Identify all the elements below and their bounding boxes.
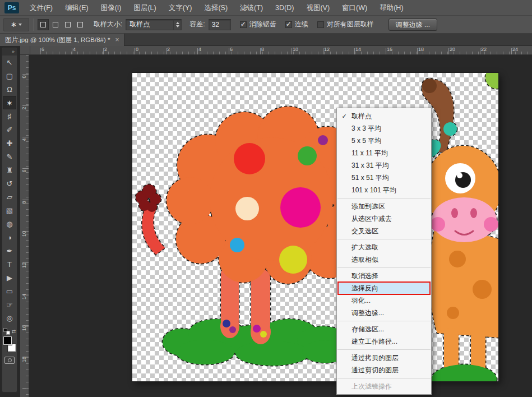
shape-tool[interactable]: ▭ — [3, 284, 16, 298]
divider — [33, 19, 34, 31]
context-item-select-inverse[interactable]: 选择反向 — [337, 282, 431, 294]
hand-tool-icon: ☞ — [6, 301, 13, 309]
type-tool[interactable]: T — [3, 257, 16, 271]
context-item-average-11x11[interactable]: 11 x 11 平均 — [337, 147, 431, 159]
context-item-feather[interactable]: 羽化... — [337, 294, 431, 307]
swap-colors-icon[interactable]: ⇄ — [12, 329, 16, 334]
menu-select[interactable]: 选择(S) — [198, 0, 234, 16]
healing-brush-tool[interactable]: ✚ — [3, 136, 16, 150]
history-brush-tool[interactable]: ↺ — [3, 177, 16, 190]
context-item-label: 51 x 51 平均 — [351, 173, 431, 183]
context-item-intersect-selection[interactable]: 交叉选区 — [337, 225, 431, 237]
eyedropper-tool[interactable]: ✐ — [3, 123, 16, 136]
rectangular-marquee-tool[interactable]: ▢ — [3, 69, 16, 82]
context-item-subtract-from-selection[interactable]: 从选区中减去 — [337, 213, 431, 225]
document-tab[interactable]: 图片.jpg @ 100% (图层 1, RGB/8#) * × — [0, 34, 124, 46]
v-ruler-tick: 0 — [21, 73, 27, 80]
menu-3d[interactable]: 3D(D) — [269, 0, 300, 16]
zoom-tool[interactable]: ◎ — [3, 311, 16, 325]
intersect-selection-icon[interactable] — [75, 19, 86, 30]
tool-list: ↖▢Ω∗♯✐✚✎♜↺▱▧◍◑✒T▶▭☞◎ — [3, 56, 16, 325]
anti-alias-checkbox[interactable]: 消除锯齿 — [240, 20, 276, 29]
tool-strip: » ↖▢Ω∗♯✐✚✎♜↺▱▧◍◑✒T▶▭☞◎ ⇄ — [2, 47, 17, 393]
sample-size-dropdown[interactable]: 取样点 — [126, 19, 182, 30]
toolbar-collapse-button[interactable]: » — [2, 48, 17, 56]
tolerance-label: 容差: — [189, 20, 205, 29]
menu-view[interactable]: 视图(V) — [300, 0, 336, 16]
menu-separator — [337, 349, 431, 350]
v-ruler-tick: 18 — [21, 356, 27, 363]
canvas-area[interactable] — [0, 55, 532, 397]
context-item-average-101x101[interactable]: 101 x 101 平均 — [337, 184, 431, 196]
eraser-tool[interactable]: ▱ — [3, 190, 16, 204]
add-to-selection-icon[interactable] — [50, 19, 61, 30]
history-brush-tool-icon: ↺ — [7, 179, 13, 188]
context-item-save-selection[interactable]: 存储选区... — [337, 323, 431, 335]
menu-help[interactable]: 帮助(H) — [373, 0, 409, 16]
close-icon[interactable]: × — [115, 36, 119, 44]
context-item-layer-via-copy[interactable]: 通过拷贝的图层 — [337, 352, 431, 364]
move-tool[interactable]: ↖ — [3, 56, 16, 69]
context-item-refine-edge[interactable]: 调整边缘... — [337, 307, 431, 319]
photoshop-logo: Ps — [4, 2, 19, 13]
dodge-tool[interactable]: ◑ — [3, 230, 16, 244]
context-item-sample-point[interactable]: ✓取样点 — [337, 110, 431, 122]
h-ruler-tick: 0 — [136, 47, 138, 52]
sample-all-layers-checkbox[interactable]: 对所有图层取样 — [317, 20, 374, 29]
context-item-average-31x31[interactable]: 31 x 31 平均 — [337, 159, 431, 172]
context-item-last-filter[interactable]: 上次滤镜操作 — [337, 380, 431, 393]
default-colors-icon[interactable] — [3, 328, 10, 335]
new-selection-icon[interactable] — [38, 19, 49, 30]
tolerance-input[interactable] — [209, 19, 231, 30]
menu-filter[interactable]: 滤镜(T) — [234, 0, 269, 16]
quick-mask-icon[interactable] — [4, 357, 15, 364]
v-ruler-tick: 10 — [21, 230, 27, 237]
tool-preset-dropdown[interactable]: ∗ — [3, 18, 29, 31]
menu-window[interactable]: 窗口(W) — [336, 0, 373, 16]
menu-bar: Ps 文件(F)编辑(E)图像(I)图层(L)文字(Y)选择(S)滤镜(T)3D… — [0, 0, 532, 16]
context-item-deselect[interactable]: 取消选择 — [337, 270, 431, 282]
background-color-swatch[interactable] — [8, 344, 16, 352]
context-item-average-3x3[interactable]: 3 x 3 平均 — [337, 122, 431, 135]
context-item-average-51x51[interactable]: 51 x 51 平均 — [337, 172, 431, 184]
contiguous-checkbox[interactable]: 连续 — [285, 20, 308, 29]
context-item-average-5x5[interactable]: 5 x 5 平均 — [337, 135, 431, 147]
v-ruler[interactable]: 024681012141618 — [20, 55, 29, 397]
context-item-add-to-selection[interactable]: 添加到选区 — [337, 200, 431, 213]
context-item-select-similar[interactable]: 选取相似 — [337, 253, 431, 266]
path-selection-tool[interactable]: ▶ — [3, 271, 16, 284]
menu-type[interactable]: 文字(Y) — [163, 0, 198, 16]
menu-edit[interactable]: 编辑(E) — [59, 0, 95, 16]
v-ruler-tick: 14 — [21, 293, 27, 300]
blur-tool[interactable]: ◍ — [3, 217, 16, 230]
gradient-tool[interactable]: ▧ — [3, 204, 16, 217]
contiguous-label: 连续 — [295, 20, 308, 29]
magic-wand-tool[interactable]: ∗ — [3, 96, 16, 109]
menu-image[interactable]: 图像(I) — [95, 0, 128, 16]
h-ruler[interactable]: 642024681012141618202224 — [30, 46, 532, 55]
v-ruler-tick: 8 — [21, 199, 27, 206]
document-title: 图片.jpg @ 100% (图层 1, RGB/8#) * — [5, 36, 110, 44]
document[interactable] — [132, 73, 498, 381]
checkbox-icon — [240, 21, 247, 28]
h-ruler-tick: 6 — [230, 47, 233, 52]
subtract-from-selection-icon[interactable] — [62, 19, 73, 30]
crop-tool[interactable]: ♯ — [3, 109, 16, 123]
context-item-layer-via-cut[interactable]: 通过剪切的图层 — [337, 364, 431, 376]
selection-mode-icons — [38, 19, 86, 30]
v-ruler-tick: 4 — [21, 136, 27, 143]
brush-tool[interactable]: ✎ — [3, 150, 16, 163]
foreground-color-swatch[interactable] — [3, 336, 12, 345]
refine-edge-button[interactable]: 调整边缘 ... — [388, 19, 437, 31]
menu-file[interactable]: 文件(F) — [24, 0, 59, 16]
pen-tool[interactable]: ✒ — [3, 244, 16, 257]
context-item-grow-selection[interactable]: 扩大选取 — [337, 241, 431, 253]
lasso-tool[interactable]: Ω — [3, 82, 16, 96]
menu-layer[interactable]: 图层(L) — [127, 0, 162, 16]
hand-tool[interactable]: ☞ — [3, 298, 16, 311]
context-item-label: 31 x 31 平均 — [351, 161, 431, 170]
clone-stamp-tool[interactable]: ♜ — [3, 163, 16, 177]
context-item-make-work-path[interactable]: 建立工作路径... — [337, 335, 431, 348]
color-swatches — [3, 336, 16, 352]
type-tool-icon: T — [7, 260, 12, 269]
